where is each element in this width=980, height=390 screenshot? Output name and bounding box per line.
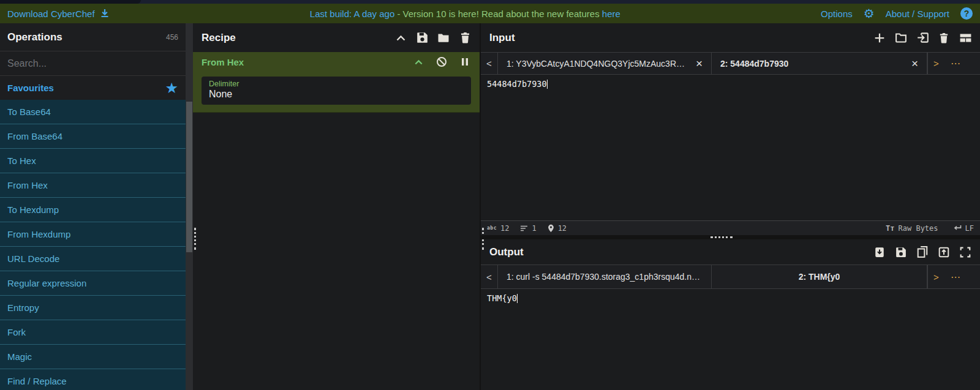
gear-icon[interactable]: ⚙ bbox=[864, 7, 875, 20]
operation-item[interactable]: Magic bbox=[0, 345, 186, 369]
recipe-operation-from-hex[interactable]: From Hex Delim bbox=[193, 52, 480, 113]
encoding-icon: Tт bbox=[886, 224, 894, 233]
close-tab-icon[interactable]: × bbox=[696, 58, 703, 69]
last-build-link[interactable]: Last build: A day ago bbox=[310, 9, 394, 19]
location-pin-icon bbox=[548, 224, 554, 233]
save-all-outputs-icon[interactable] bbox=[873, 246, 886, 258]
close-tab-icon[interactable]: × bbox=[911, 58, 918, 69]
output-prev-tab-button[interactable]: < bbox=[481, 265, 498, 288]
open-file-import-icon[interactable] bbox=[916, 32, 929, 44]
output-title: Output bbox=[489, 246, 873, 258]
io-horizontal-splitter-grip[interactable] bbox=[710, 236, 733, 238]
clear-io-trash-icon[interactable] bbox=[938, 32, 950, 44]
output-next-tab-button[interactable]: > bbox=[927, 265, 944, 288]
star-icon[interactable]: ★ bbox=[165, 81, 178, 96]
input-tab-2[interactable]: 2: 54484d7b7930 × bbox=[712, 53, 927, 74]
breakpoint-pause-icon[interactable] bbox=[459, 56, 471, 68]
sidebar-scrollbar-thumb[interactable] bbox=[186, 102, 192, 252]
open-folder-icon[interactable] bbox=[895, 32, 907, 44]
char-count: abc 12 bbox=[487, 224, 509, 233]
cursor-position: 12 bbox=[548, 224, 567, 233]
input-textarea[interactable]: 54484d7b7930 bbox=[481, 75, 980, 220]
build-notice: Last build: A day ago - Version 10 is he… bbox=[110, 9, 821, 19]
eol-selector[interactable]: LF bbox=[953, 224, 974, 233]
input-tab-1[interactable]: 1: Y3VybCAtcyA1NDQ4NGQ3Yjc5MzAuc3RvcmF..… bbox=[498, 53, 712, 74]
save-output-icon[interactable] bbox=[895, 246, 907, 258]
operation-item[interactable]: To Base64 bbox=[0, 100, 186, 124]
clear-recipe-trash-icon[interactable] bbox=[459, 32, 471, 44]
new-features-here-link[interactable]: here bbox=[602, 9, 620, 19]
favourite-operations-list: To Base64 From Base64 To Hex From Hex To… bbox=[0, 100, 186, 390]
line-count: 1 bbox=[520, 224, 536, 233]
replace-input-with-output-icon[interactable] bbox=[938, 246, 950, 258]
input-title: Input bbox=[489, 32, 873, 44]
output-textarea[interactable]: THM{y0 bbox=[481, 289, 980, 390]
options-link[interactable]: Options bbox=[821, 9, 853, 19]
operation-item[interactable]: Regular expression bbox=[0, 271, 186, 296]
input-header: Input bbox=[481, 23, 980, 52]
output-tabbar: < 1: curl -s 54484d7b7930.storag3_c1ph3r… bbox=[481, 264, 980, 289]
recipe-splitter-grip[interactable] bbox=[194, 228, 196, 250]
download-icon[interactable] bbox=[100, 9, 110, 18]
top-banner: Download CyberChef Last build: A day ago… bbox=[0, 4, 980, 23]
load-recipe-folder-icon[interactable] bbox=[437, 32, 450, 44]
add-input-tab-icon[interactable] bbox=[873, 32, 886, 44]
delimiter-label: Delimiter bbox=[209, 80, 464, 88]
delimiter-value[interactable]: None bbox=[209, 89, 464, 100]
lines-icon bbox=[520, 225, 528, 232]
sidebar-scrollbar[interactable] bbox=[186, 23, 193, 390]
help-question-icon[interactable]: ? bbox=[960, 7, 973, 20]
maximise-output-icon[interactable] bbox=[959, 246, 971, 258]
delimiter-dropdown[interactable]: Delimiter None bbox=[202, 77, 471, 105]
input-more-tabs-icon[interactable]: ⋯ bbox=[944, 53, 980, 74]
main-area: Operations 456 Favourites ★ To Base64 Fr… bbox=[0, 23, 980, 390]
cyberchef-app: Download CyberChef Last build: A day ago… bbox=[0, 0, 980, 390]
operation-item[interactable]: Entropy bbox=[0, 296, 186, 320]
operation-name: From Hex bbox=[202, 57, 412, 67]
output-tab-2[interactable]: 2: THM{y0 bbox=[712, 265, 927, 288]
search-input[interactable] bbox=[7, 58, 178, 69]
favourites-label: Favourites bbox=[7, 83, 165, 93]
operation-item[interactable]: From Hexdump bbox=[0, 222, 186, 247]
recipe-header: Recipe bbox=[193, 23, 480, 52]
operations-header: Operations 456 bbox=[0, 23, 186, 51]
input-next-tab-button[interactable]: > bbox=[927, 53, 944, 74]
operation-item[interactable]: From Base64 bbox=[0, 124, 186, 149]
input-statusbar: abc 12 1 12 Tт Raw Bytes bbox=[481, 220, 980, 235]
download-cyberchef-link[interactable]: Download CyberChef bbox=[7, 9, 95, 19]
input-prev-tab-button[interactable]: < bbox=[481, 53, 498, 74]
operation-item[interactable]: To Hex bbox=[0, 149, 186, 173]
favourites-category[interactable]: Favourites ★ bbox=[0, 76, 186, 100]
output-header: Output bbox=[481, 239, 980, 264]
io-column: Input bbox=[481, 23, 980, 390]
operations-count: 456 bbox=[166, 33, 178, 42]
save-recipe-icon[interactable] bbox=[416, 32, 428, 44]
io-horizontal-splitter[interactable] bbox=[481, 235, 980, 239]
operation-item[interactable]: Fork bbox=[0, 320, 186, 345]
operation-item[interactable]: URL Decode bbox=[0, 247, 186, 271]
copy-output-icon[interactable] bbox=[916, 246, 929, 258]
operations-sidebar: Operations 456 Favourites ★ To Base64 Fr… bbox=[0, 23, 193, 390]
collapse-operation-icon[interactable] bbox=[412, 56, 424, 68]
search-row bbox=[0, 51, 186, 76]
char-count-icon: abc bbox=[487, 225, 497, 231]
operations-title: Operations bbox=[7, 31, 166, 43]
version-text: - Version 10 is here! Read about the new… bbox=[397, 9, 599, 19]
operation-item[interactable]: From Hex bbox=[0, 173, 186, 198]
recipe-panel: Recipe F bbox=[193, 23, 480, 390]
about-support-link[interactable]: About / Support bbox=[886, 9, 949, 19]
recipe-title: Recipe bbox=[202, 32, 394, 44]
return-arrow-icon bbox=[953, 225, 962, 231]
text-cursor bbox=[517, 294, 518, 303]
output-more-tabs-icon[interactable]: ⋯ bbox=[944, 265, 980, 288]
collapse-recipe-icon[interactable] bbox=[394, 32, 407, 44]
input-tab-layout-icon[interactable] bbox=[959, 32, 971, 44]
operation-item[interactable]: Find / Replace bbox=[0, 369, 186, 390]
character-encoding-selector[interactable]: Tт Raw Bytes bbox=[886, 224, 938, 233]
input-tabbar: < 1: Y3VybCAtcyA1NDQ4NGQ3Yjc5MzAuc3RvcmF… bbox=[481, 52, 980, 75]
disable-operation-icon[interactable] bbox=[435, 56, 448, 68]
operation-item[interactable]: To Hexdump bbox=[0, 198, 186, 222]
text-cursor bbox=[547, 80, 548, 89]
output-tab-1[interactable]: 1: curl -s 54484d7b7930.storag3_c1ph3rsq… bbox=[498, 265, 712, 288]
